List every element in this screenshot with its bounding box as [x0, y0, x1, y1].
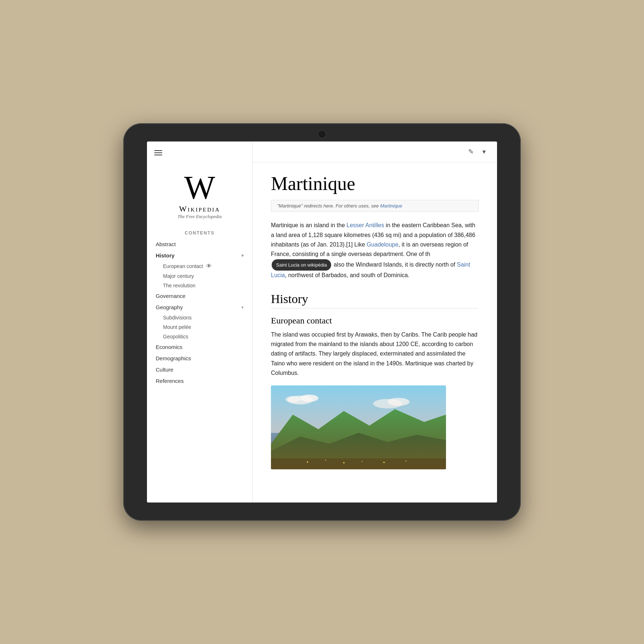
svg-point-12 — [307, 461, 308, 463]
sidebar-item-label: Governance — [156, 293, 186, 299]
page-title: Martinique — [271, 173, 479, 194]
sidebar-item-geography[interactable]: Geography ▾ — [147, 302, 252, 313]
wiki-logo: W Wikipedia The Free Encyclopedia — [147, 164, 252, 223]
sidebar-item-the-revolution[interactable]: The revolution — [147, 281, 252, 290]
sidebar-item-governance[interactable]: Governance — [147, 290, 252, 302]
wiki-title: Wikipedia — [179, 204, 220, 214]
sidebar-subitem-label: European contact — [163, 263, 203, 269]
sidebar-item-history[interactable]: History ▾ — [147, 250, 252, 261]
guadeloupe-link[interactable]: Guadeloupe — [366, 241, 398, 248]
edit-button[interactable]: ✎ — [465, 146, 477, 158]
sidebar: W Wikipedia The Free Encyclopedia CONTEN… — [147, 141, 253, 503]
svg-rect-11 — [271, 458, 446, 469]
sidebar-item-label: Abstract — [156, 241, 176, 247]
svg-point-15 — [362, 461, 363, 462]
menu-button[interactable] — [154, 147, 245, 158]
sidebar-item-label: History — [156, 252, 175, 259]
main-content: ✎ ▾ Martinique "Martinique" redirects he… — [253, 141, 497, 503]
wiki-subtitle: The Free Encyclopedia — [178, 214, 222, 220]
svg-rect-10 — [271, 385, 446, 469]
dropdown-icon: ▾ — [482, 148, 486, 156]
saint-lucia-tooltip: Saint Lucia on wikipédia — [272, 259, 331, 271]
sidebar-subitem-label: Mount pelée — [163, 324, 191, 330]
sidebar-item-references[interactable]: References — [147, 375, 252, 387]
content-body: Martinique "Martinique" redirects here. … — [253, 162, 497, 484]
european-contact-title: European contact — [271, 316, 479, 326]
svg-point-13 — [325, 459, 326, 461]
tablet-screen: W Wikipedia The Free Encyclopedia CONTEN… — [147, 141, 497, 503]
chevron-down-icon: ▾ — [241, 253, 244, 258]
svg-point-16 — [383, 462, 385, 463]
history-section-title: History — [271, 292, 479, 309]
article-image — [271, 385, 446, 469]
intro-paragraph: Martinique is an island in the Lesser An… — [271, 221, 479, 280]
sidebar-item-european-contact[interactable]: European contact 👁 — [147, 261, 252, 271]
sidebar-item-geopolitics[interactable]: Geopolitics — [147, 332, 252, 341]
eye-icon: 👁 — [206, 263, 212, 269]
redirect-notice: "Martinique" redirects here. For others … — [271, 200, 479, 212]
sidebar-item-economics[interactable]: Economics — [147, 341, 252, 353]
sidebar-item-subdivisions[interactable]: Subdivisions — [147, 313, 252, 322]
sidebar-item-abstract[interactable]: Abstract — [147, 238, 252, 250]
lesser-antilles-link[interactable]: Lesser Antilles — [346, 222, 384, 228]
sidebar-top — [147, 141, 252, 164]
sidebar-item-mount-pelee[interactable]: Mount pelée — [147, 322, 252, 332]
redirect-link[interactable]: Martinique — [380, 203, 402, 209]
dropdown-button[interactable]: ▾ — [478, 146, 490, 158]
wiki-w-letter: W — [184, 171, 215, 204]
sidebar-item-culture[interactable]: Culture — [147, 364, 252, 375]
sidebar-subitem-label: Major century — [163, 273, 194, 279]
svg-point-17 — [406, 460, 407, 461]
redirect-text: "Martinique" redirects here. For others … — [277, 203, 379, 209]
article-image-svg — [271, 385, 446, 469]
top-bar-icons: ✎ ▾ — [465, 146, 490, 158]
chevron-down-icon: ▾ — [241, 305, 244, 310]
sidebar-subitem-label: Subdivisions — [163, 315, 192, 321]
top-bar: ✎ ▾ — [253, 141, 497, 162]
sidebar-item-label: Culture — [156, 366, 173, 373]
edit-icon: ✎ — [468, 148, 474, 156]
sidebar-item-major-century[interactable]: Major century — [147, 271, 252, 281]
sidebar-item-label: Demographics — [156, 355, 191, 361]
european-contact-paragraph: The island was occupied first by Arawaks… — [271, 330, 479, 378]
svg-point-14 — [343, 462, 345, 463]
sidebar-item-label: Geography — [156, 304, 183, 310]
sidebar-subitem-label: Geopolitics — [163, 334, 188, 340]
sidebar-subitem-label: The revolution — [163, 283, 195, 288]
contents-label: CONTENTS — [147, 223, 252, 238]
sidebar-item-demographics[interactable]: Demographics — [147, 353, 252, 364]
tablet-frame: W Wikipedia The Free Encyclopedia CONTEN… — [123, 123, 521, 521]
sidebar-item-label: Economics — [156, 344, 182, 350]
sidebar-item-label: References — [156, 378, 184, 384]
